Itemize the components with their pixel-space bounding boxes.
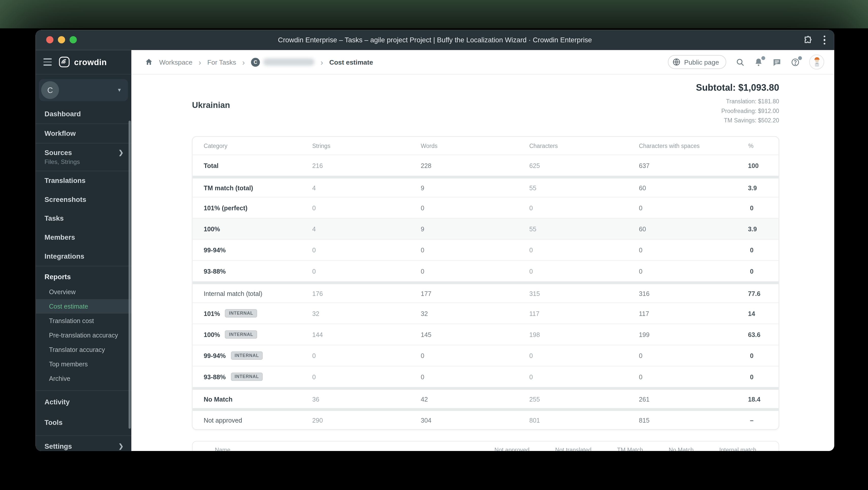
sidebar-item-sources[interactable]: Sources ❯ Files, Strings xyxy=(35,143,131,171)
sidebar-item-activity[interactable]: Activity xyxy=(35,391,131,412)
browser-window: Crowdin Enterprise – Tasks – agile proje… xyxy=(35,30,834,451)
rates-col-tm-match: TM Match xyxy=(617,447,643,451)
table-row: 93-88% 0 0 0 0 0 xyxy=(192,260,778,281)
chevron-separator-icon: › xyxy=(320,58,323,66)
sidebar-item-archive[interactable]: Archive xyxy=(35,371,131,386)
internal-badge: INTERNAL xyxy=(231,372,263,381)
breadcrumb-for-tasks[interactable]: For Tasks xyxy=(207,58,236,66)
browser-titlebar: Crowdin Enterprise – Tasks – agile proje… xyxy=(35,30,834,50)
sidebar-item-dashboard[interactable]: Dashboard xyxy=(35,105,131,124)
sidebar-item-tools[interactable]: Tools xyxy=(35,412,131,432)
help-icon[interactable] xyxy=(791,58,800,66)
table-row: 101% (perfect) 0 0 0 0 0 xyxy=(192,197,778,218)
subtotal-tm-savings: TM Savings: $502.20 xyxy=(696,116,779,125)
col-strings: Strings xyxy=(312,142,421,149)
workspace-selector[interactable]: C ▼ xyxy=(39,79,128,101)
project-name-redacted xyxy=(263,58,314,66)
rates-col-internal-match: Internal match xyxy=(719,447,756,451)
internal-badge: INTERNAL xyxy=(231,351,263,360)
sidebar-scrollbar[interactable] xyxy=(129,121,131,429)
rates-col-not-translated: Not translated xyxy=(555,447,591,451)
crowdin-logo[interactable]: crowdin xyxy=(58,56,107,68)
table-row: Total 216 228 625 637 100 xyxy=(192,155,778,175)
workspace-avatar: C xyxy=(41,81,59,99)
internal-badge: INTERNAL xyxy=(225,330,257,339)
breadcrumb-workspace[interactable]: Workspace xyxy=(159,58,192,66)
globe-icon xyxy=(673,58,681,66)
rates-col-not-approved: Not approved xyxy=(494,447,529,451)
sidebar-item-translations[interactable]: Translations xyxy=(35,171,131,190)
project-avatar: C xyxy=(251,58,260,66)
extensions-icon[interactable] xyxy=(803,35,812,44)
chevron-down-icon: ▼ xyxy=(117,88,122,93)
app-topbar: Workspace › For Tasks › C › Cost estimat… xyxy=(131,50,834,75)
subtotal-block: Subtotal: $1,093.80 Translation: $181.80… xyxy=(696,83,779,125)
sidebar-menu: Dashboard Workflow Sources ❯ Files, Stri… xyxy=(35,105,131,451)
breadcrumb: Workspace › For Tasks › C › Cost estimat… xyxy=(145,58,373,66)
chevron-right-icon: ❯ xyxy=(118,443,123,450)
notifications-bell-icon[interactable] xyxy=(754,58,763,66)
sidebar: crowdin C ▼ Dashboard Workflow Sources ❯… xyxy=(35,50,131,451)
cost-estimate-table: Category Strings Words Characters Charac… xyxy=(192,136,779,430)
sidebar-item-tasks[interactable]: Tasks xyxy=(35,209,131,228)
table-row: Internal match (total) 176 177 315 316 7… xyxy=(192,282,778,302)
breadcrumb-cost-estimate: Cost estimate xyxy=(329,58,373,66)
brand-name: crowdin xyxy=(74,57,107,67)
main-area: Workspace › For Tasks › C › Cost estimat… xyxy=(131,50,834,451)
col-words: Words xyxy=(421,142,529,149)
rates-table-preview: Name Not approved Not translated TM Matc… xyxy=(192,441,779,451)
table-row: 99-94% 0 0 0 0 0 xyxy=(192,239,778,260)
user-avatar[interactable] xyxy=(809,55,824,69)
table-row: 93-88%INTERNAL 0 0 0 0 0 xyxy=(192,366,778,387)
browser-menu-icon[interactable] xyxy=(824,35,826,44)
rates-col-name: Name xyxy=(215,447,230,451)
sidebar-item-cost-estimate[interactable]: Cost estimate xyxy=(35,299,131,314)
sidebar-section-reports: Reports xyxy=(35,266,131,285)
chevron-separator-icon: › xyxy=(198,58,201,66)
chevron-right-icon: ❯ xyxy=(118,149,123,156)
crowdin-logo-icon xyxy=(58,56,70,68)
col-characters: Characters xyxy=(529,142,639,149)
language-title: Ukrainian xyxy=(192,100,230,109)
stage: Crowdin Enterprise – Tasks – agile proje… xyxy=(0,0,868,490)
col-category: Category xyxy=(192,142,312,149)
sidebar-item-translator-accuracy[interactable]: Translator accuracy xyxy=(35,342,131,357)
sidebar-item-pretranslation-accuracy[interactable]: Pre-translation accuracy xyxy=(35,328,131,342)
public-page-button[interactable]: Public page xyxy=(668,55,726,69)
col-characters-with-spaces: Characters with spaces xyxy=(639,142,748,149)
sidebar-item-sources-subtitle: Files, Strings xyxy=(44,158,122,165)
rates-col-no-match: No Match xyxy=(669,447,694,451)
subtotal-amount: Subtotal: $1,093.80 xyxy=(696,83,779,93)
subtotal-proofreading: Proofreading: $912.00 xyxy=(696,106,779,116)
messages-icon[interactable] xyxy=(772,58,781,66)
topbar-actions: Public page xyxy=(668,55,824,69)
desktop-background xyxy=(0,0,868,28)
sidebar-item-screenshots[interactable]: Screenshots xyxy=(35,190,131,209)
table-row: No Match 36 42 255 261 18.4 xyxy=(192,387,778,408)
chevron-separator-icon: › xyxy=(242,58,245,66)
sidebar-item-top-members[interactable]: Top members xyxy=(35,357,131,371)
sidebar-item-translation-cost[interactable]: Translation cost xyxy=(35,314,131,328)
home-icon[interactable] xyxy=(145,58,153,66)
sidebar-item-members[interactable]: Members xyxy=(35,228,131,247)
search-icon[interactable] xyxy=(736,58,745,66)
sidebar-item-overview[interactable]: Overview xyxy=(35,285,131,299)
sidebar-item-workflow[interactable]: Workflow xyxy=(35,124,131,143)
col-percent: % xyxy=(748,142,779,149)
table-row: 100% 4 9 55 60 3.9 xyxy=(192,218,778,239)
table-row: 100%INTERNAL 144 145 198 199 63.6 xyxy=(192,324,778,345)
hamburger-menu-icon[interactable] xyxy=(43,59,52,65)
buffy-avatar-icon xyxy=(811,56,823,68)
breadcrumb-project[interactable]: C xyxy=(251,58,314,66)
table-row: Not approved 290 304 801 815 – xyxy=(192,408,778,429)
notification-dot xyxy=(798,56,802,60)
sidebar-item-integrations[interactable]: Integrations xyxy=(35,247,131,266)
subtotal-translation: Translation: $181.80 xyxy=(696,97,779,106)
table-header: Category Strings Words Characters Charac… xyxy=(192,137,778,155)
table-row: 99-94%INTERNAL 0 0 0 0 0 xyxy=(192,345,778,366)
content-area: Ukrainian Subtotal: $1,093.80 Translatio… xyxy=(131,74,834,451)
internal-badge: INTERNAL xyxy=(225,309,257,318)
sidebar-item-settings[interactable]: Settings ❯ xyxy=(35,436,131,451)
notification-dot xyxy=(761,56,765,60)
table-row: TM match (total) 4 9 55 60 3.9 xyxy=(192,176,778,197)
